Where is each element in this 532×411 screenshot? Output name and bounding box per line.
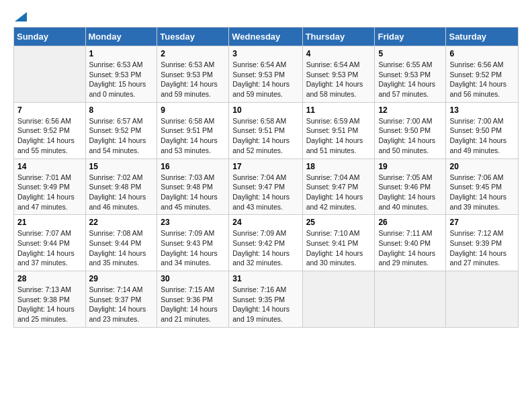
day-info: Sunrise: 7:01 AMSunset: 9:49 PMDaylight:…: [17, 173, 82, 212]
day-cell: 19Sunrise: 7:05 AMSunset: 9:46 PMDayligh…: [375, 158, 446, 215]
day-cell: 27Sunrise: 7:12 AMSunset: 9:39 PMDayligh…: [446, 215, 519, 271]
day-cell: 3Sunrise: 6:54 AMSunset: 9:53 PMDaylight…: [229, 46, 302, 103]
day-cell: 4Sunrise: 6:54 AMSunset: 9:53 PMDaylight…: [302, 46, 375, 103]
day-info: Sunrise: 7:11 AMSunset: 9:40 PMDaylight:…: [378, 228, 442, 268]
day-info: Sunrise: 7:08 AMSunset: 9:44 PMDaylight:…: [89, 228, 154, 268]
day-info: Sunrise: 7:10 AMSunset: 9:41 PMDaylight:…: [306, 228, 371, 268]
day-cell: 24Sunrise: 7:09 AMSunset: 9:42 PMDayligh…: [229, 215, 302, 271]
day-info: Sunrise: 7:15 AMSunset: 9:36 PMDaylight:…: [161, 285, 225, 324]
day-cell: 5Sunrise: 6:55 AMSunset: 9:53 PMDaylight…: [375, 46, 446, 103]
week-row-2: 7Sunrise: 6:56 AMSunset: 9:52 PMDaylight…: [14, 102, 519, 158]
day-number: 14: [17, 162, 82, 171]
day-cell: [375, 271, 446, 328]
day-cell: [14, 46, 86, 103]
day-info: Sunrise: 7:13 AMSunset: 9:38 PMDaylight:…: [17, 285, 82, 324]
day-cell: 18Sunrise: 7:04 AMSunset: 9:47 PMDayligh…: [302, 158, 375, 215]
day-cell: 30Sunrise: 7:15 AMSunset: 9:36 PMDayligh…: [157, 271, 229, 328]
day-number: 28: [17, 274, 82, 283]
day-number: 21: [17, 218, 82, 227]
day-info: Sunrise: 7:12 AMSunset: 9:39 PMDaylight:…: [449, 228, 515, 268]
day-number: 22: [89, 218, 154, 227]
day-cell: 28Sunrise: 7:13 AMSunset: 9:38 PMDayligh…: [14, 271, 86, 328]
week-row-4: 21Sunrise: 7:07 AMSunset: 9:44 PMDayligh…: [14, 215, 519, 271]
header-row: SundayMondayTuesdayWednesdayThursdayFrid…: [14, 28, 519, 46]
day-number: 29: [89, 274, 154, 283]
day-number: 24: [232, 218, 298, 227]
day-cell: [446, 271, 519, 328]
day-number: 30: [161, 274, 225, 283]
day-cell: 11Sunrise: 6:59 AMSunset: 9:51 PMDayligh…: [302, 102, 375, 158]
day-cell: 26Sunrise: 7:11 AMSunset: 9:40 PMDayligh…: [375, 215, 446, 271]
day-cell: 13Sunrise: 7:00 AMSunset: 9:50 PMDayligh…: [446, 102, 519, 158]
day-info: Sunrise: 7:16 AMSunset: 9:35 PMDaylight:…: [232, 285, 298, 324]
day-info: Sunrise: 6:56 AMSunset: 9:52 PMDaylight:…: [449, 60, 515, 99]
day-info: Sunrise: 7:09 AMSunset: 9:42 PMDaylight:…: [232, 228, 298, 268]
day-info: Sunrise: 7:09 AMSunset: 9:43 PMDaylight:…: [161, 228, 225, 268]
day-number: 20: [449, 162, 515, 171]
day-info: Sunrise: 6:54 AMSunset: 9:53 PMDaylight:…: [306, 60, 371, 99]
day-number: 10: [232, 105, 298, 115]
day-cell: 21Sunrise: 7:07 AMSunset: 9:44 PMDayligh…: [14, 215, 86, 271]
week-row-3: 14Sunrise: 7:01 AMSunset: 9:49 PMDayligh…: [14, 158, 519, 215]
day-info: Sunrise: 6:57 AMSunset: 9:52 PMDaylight:…: [89, 116, 154, 156]
calendar-table: SundayMondayTuesdayWednesdayThursdayFrid…: [13, 27, 519, 328]
day-info: Sunrise: 6:56 AMSunset: 9:52 PMDaylight:…: [17, 116, 82, 156]
day-number: 9: [161, 105, 225, 115]
header-day-thursday: Thursday: [302, 28, 375, 46]
day-info: Sunrise: 6:59 AMSunset: 9:51 PMDaylight:…: [306, 116, 371, 156]
day-cell: 25Sunrise: 7:10 AMSunset: 9:41 PMDayligh…: [302, 215, 375, 271]
day-number: 1: [89, 49, 154, 58]
day-number: 26: [378, 218, 442, 227]
day-number: 11: [306, 105, 371, 115]
day-info: Sunrise: 6:53 AMSunset: 9:53 PMDaylight:…: [89, 60, 154, 99]
day-number: 13: [449, 105, 515, 115]
day-cell: 6Sunrise: 6:56 AMSunset: 9:52 PMDaylight…: [446, 46, 519, 103]
calendar-header: SundayMondayTuesdayWednesdayThursdayFrid…: [14, 28, 519, 46]
day-info: Sunrise: 7:07 AMSunset: 9:44 PMDaylight:…: [17, 228, 82, 268]
week-row-1: 1Sunrise: 6:53 AMSunset: 9:53 PMDaylight…: [14, 46, 519, 103]
day-cell: 12Sunrise: 7:00 AMSunset: 9:50 PMDayligh…: [375, 102, 446, 158]
day-number: 19: [378, 162, 442, 171]
week-row-5: 28Sunrise: 7:13 AMSunset: 9:38 PMDayligh…: [14, 271, 519, 328]
day-info: Sunrise: 6:58 AMSunset: 9:51 PMDaylight:…: [232, 116, 298, 156]
day-info: Sunrise: 6:55 AMSunset: 9:53 PMDaylight:…: [378, 60, 442, 99]
day-cell: 29Sunrise: 7:14 AMSunset: 9:37 PMDayligh…: [85, 271, 157, 328]
day-info: Sunrise: 7:03 AMSunset: 9:48 PMDaylight:…: [161, 173, 225, 212]
day-number: 7: [17, 105, 82, 115]
header-day-saturday: Saturday: [446, 28, 519, 46]
calendar-body: 1Sunrise: 6:53 AMSunset: 9:53 PMDaylight…: [14, 46, 519, 328]
day-cell: [302, 271, 375, 328]
day-cell: 2Sunrise: 6:53 AMSunset: 9:53 PMDaylight…: [157, 46, 229, 103]
day-number: 12: [378, 105, 442, 115]
day-number: 3: [232, 49, 298, 58]
svg-marker-0: [15, 12, 27, 21]
header-day-tuesday: Tuesday: [157, 28, 229, 46]
day-info: Sunrise: 7:14 AMSunset: 9:37 PMDaylight:…: [89, 285, 154, 324]
day-cell: 20Sunrise: 7:06 AMSunset: 9:45 PMDayligh…: [446, 158, 519, 215]
day-number: 16: [161, 162, 225, 171]
day-cell: 15Sunrise: 7:02 AMSunset: 9:48 PMDayligh…: [85, 158, 157, 215]
day-cell: 16Sunrise: 7:03 AMSunset: 9:48 PMDayligh…: [157, 158, 229, 215]
day-number: 31: [232, 274, 298, 283]
header-day-friday: Friday: [375, 28, 446, 46]
day-info: Sunrise: 7:04 AMSunset: 9:47 PMDaylight:…: [232, 173, 298, 212]
page-header: [13, 13, 519, 21]
logo: [13, 13, 27, 21]
day-cell: 31Sunrise: 7:16 AMSunset: 9:35 PMDayligh…: [229, 271, 302, 328]
day-number: 5: [378, 49, 442, 58]
logo-icon: [15, 9, 27, 21]
day-info: Sunrise: 6:53 AMSunset: 9:53 PMDaylight:…: [161, 60, 225, 99]
header-day-wednesday: Wednesday: [229, 28, 302, 46]
day-info: Sunrise: 6:58 AMSunset: 9:51 PMDaylight:…: [161, 116, 225, 156]
day-number: 17: [232, 162, 298, 171]
day-number: 23: [161, 218, 225, 227]
day-cell: 10Sunrise: 6:58 AMSunset: 9:51 PMDayligh…: [229, 102, 302, 158]
header-day-sunday: Sunday: [14, 28, 86, 46]
day-info: Sunrise: 7:04 AMSunset: 9:47 PMDaylight:…: [306, 173, 371, 212]
day-cell: 1Sunrise: 6:53 AMSunset: 9:53 PMDaylight…: [85, 46, 157, 103]
day-cell: 7Sunrise: 6:56 AMSunset: 9:52 PMDaylight…: [14, 102, 86, 158]
day-number: 15: [89, 162, 154, 171]
day-info: Sunrise: 7:00 AMSunset: 9:50 PMDaylight:…: [378, 116, 442, 156]
day-info: Sunrise: 6:54 AMSunset: 9:53 PMDaylight:…: [232, 60, 298, 99]
day-cell: 9Sunrise: 6:58 AMSunset: 9:51 PMDaylight…: [157, 102, 229, 158]
